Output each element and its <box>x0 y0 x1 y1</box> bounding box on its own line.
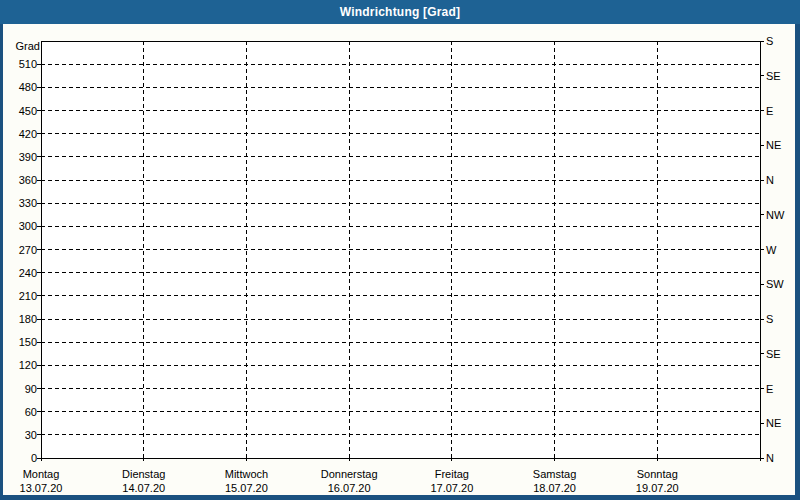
compass-tick-label: N <box>766 452 774 464</box>
y-tick-label: 120 <box>19 359 37 371</box>
compass-tick-label: NW <box>766 209 785 221</box>
y-tick-label: 390 <box>19 151 37 163</box>
day-name-label: Freitag <box>435 468 469 480</box>
y-tick-label: 0 <box>31 452 37 464</box>
y-axis-unit-label: Grad <box>16 40 40 52</box>
day-date-label: 18.07.20 <box>533 482 576 494</box>
compass-tick-label: SE <box>766 70 781 82</box>
compass-tick-label: E <box>766 383 773 395</box>
y-tick-label: 270 <box>19 244 37 256</box>
wind-direction-chart: Grad510480450420390360330300270240210180… <box>3 24 795 495</box>
compass-tick-label: SW <box>766 278 784 290</box>
day-name-label: Dienstag <box>122 468 165 480</box>
day-name-label: Donnerstag <box>321 468 378 480</box>
chart-panel: Grad510480450420390360330300270240210180… <box>3 24 795 495</box>
compass-tick-label: NE <box>766 417 781 429</box>
day-name-label: Mittwoch <box>225 468 268 480</box>
day-date-label: 15.07.20 <box>225 482 268 494</box>
y-tick-label: 420 <box>19 128 37 140</box>
y-tick-label: 240 <box>19 267 37 279</box>
y-tick-label: 30 <box>25 429 37 441</box>
compass-tick-label: E <box>766 105 773 117</box>
y-tick-label: 210 <box>19 290 37 302</box>
day-date-label: 19.07.20 <box>636 482 679 494</box>
y-tick-label: 90 <box>25 383 37 395</box>
day-date-label: 16.07.20 <box>328 482 371 494</box>
day-name-label: Montag <box>23 468 60 480</box>
day-name-label: Sonntag <box>637 468 678 480</box>
y-tick-label: 180 <box>19 313 37 325</box>
compass-tick-label: S <box>766 35 773 47</box>
y-tick-label: 450 <box>19 105 37 117</box>
compass-tick-label: W <box>766 244 777 256</box>
y-tick-label: 330 <box>19 197 37 209</box>
day-name-label: Samstag <box>533 468 576 480</box>
y-tick-label: 300 <box>19 220 37 232</box>
y-tick-label: 480 <box>19 81 37 93</box>
y-tick-label: 60 <box>25 406 37 418</box>
compass-tick-label: N <box>766 174 774 186</box>
chart-title: Windrichtung [Grad] <box>340 5 460 19</box>
compass-tick-label: S <box>766 313 773 325</box>
compass-tick-label: SE <box>766 348 781 360</box>
y-tick-label: 510 <box>19 58 37 70</box>
chart-window: Windrichtung [Grad] Grad5104804504203903… <box>0 0 800 500</box>
day-date-label: 13.07.20 <box>20 482 63 494</box>
y-tick-label: 150 <box>19 336 37 348</box>
compass-tick-label: NE <box>766 139 781 151</box>
chart-title-bar: Windrichtung [Grad] <box>0 0 800 24</box>
day-date-label: 17.07.20 <box>430 482 473 494</box>
y-tick-label: 360 <box>19 174 37 186</box>
day-date-label: 14.07.20 <box>122 482 165 494</box>
